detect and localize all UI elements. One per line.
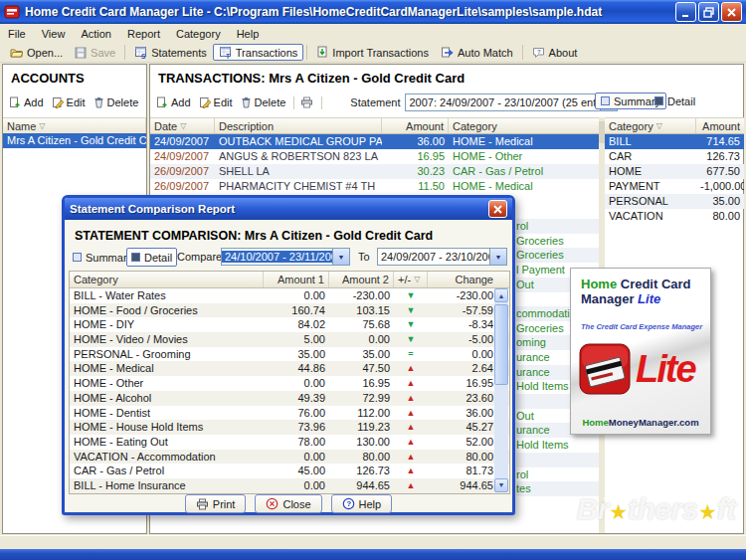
summary-row[interactable]: CAR 126.73 bbox=[605, 149, 744, 164]
menu-help[interactable]: Help bbox=[229, 28, 268, 40]
accounts-edit-button[interactable]: Edit bbox=[52, 96, 86, 108]
transactions-table: Date ▽ Description Amount Category 24/09… bbox=[150, 117, 599, 194]
print-transactions-button[interactable] bbox=[300, 96, 313, 108]
statement-select[interactable]: 2007: 24/09/2007 - 23/10/2007 (25 entrie… bbox=[405, 93, 618, 111]
statements-button[interactable]: S Statements bbox=[128, 44, 213, 61]
comparison-row[interactable]: HOME - Medical44.8647.50▲2.64 bbox=[70, 361, 509, 376]
comparison-row[interactable]: HOME - Alcohol49.3972.99▲23.60 bbox=[70, 391, 509, 406]
printer-icon bbox=[196, 498, 209, 510]
menu-category[interactable]: Category bbox=[168, 28, 229, 40]
comparison-row[interactable]: HOME - Other0.0016.95▲16.95 bbox=[70, 376, 509, 391]
menu-view[interactable]: View bbox=[34, 28, 74, 40]
comparison-row[interactable]: HOME - Food / Groceries160.74103.15▼-57.… bbox=[70, 303, 509, 318]
trend-up-icon: ▲ bbox=[394, 406, 428, 421]
cmp-category-header[interactable]: Category bbox=[70, 272, 264, 287]
date-column-header[interactable]: Date ▽ bbox=[150, 118, 215, 133]
sort-icon: ▽ bbox=[180, 119, 186, 133]
compare-from-select[interactable]: 24/10/2007 - 23/11/2007 ▼ bbox=[221, 248, 350, 266]
auto-match-button[interactable]: Auto Match bbox=[435, 44, 519, 61]
transactions-button[interactable]: T Transactions bbox=[213, 44, 304, 61]
transaction-row[interactable]: 24/09/2007 ANGUS & ROBERTSON 823 LA 16.9… bbox=[150, 149, 599, 164]
accounts-add-button[interactable]: Add bbox=[9, 96, 44, 108]
comparison-row[interactable]: HOME - DIY84.0275.68▼-8.34 bbox=[70, 317, 509, 332]
cmp-change-header[interactable]: Change bbox=[428, 272, 497, 287]
trash-icon bbox=[93, 96, 104, 108]
accounts-delete-button[interactable]: Delete bbox=[93, 96, 139, 108]
comparison-row[interactable]: HOME - House Hold Items73.96119.23▲45.27 bbox=[70, 420, 509, 435]
trash-icon bbox=[241, 96, 252, 108]
print-button[interactable]: Print bbox=[185, 494, 247, 513]
trend-down-icon: ▼ bbox=[394, 317, 428, 332]
comparison-row[interactable]: BILL - Water Rates0.00-230.00▼-230.00 bbox=[70, 288, 509, 303]
amount-column-header[interactable]: Amount bbox=[382, 118, 449, 133]
toolbar-separator bbox=[321, 96, 322, 109]
table-scrollbar[interactable]: ▲ ▼ bbox=[494, 288, 508, 492]
transactions-edit-button[interactable]: Edit bbox=[199, 96, 233, 108]
scroll-down-icon[interactable]: ▼ bbox=[494, 478, 508, 492]
cmp-amount1-header[interactable]: Amount 1 bbox=[264, 272, 329, 287]
comparison-row[interactable]: PERSONAL - Grooming35.0035.00=0.00 bbox=[70, 347, 509, 362]
cmp-amount2-header[interactable]: Amount 2 bbox=[329, 272, 394, 287]
close-button[interactable] bbox=[721, 2, 742, 22]
help-button[interactable]: ? Help bbox=[331, 494, 393, 513]
restore-button[interactable] bbox=[698, 2, 719, 22]
edit-pencil-icon bbox=[52, 96, 64, 108]
accounts-title: ACCOUNTS bbox=[11, 71, 85, 86]
menu-action[interactable]: Action bbox=[73, 28, 119, 40]
transactions-title: TRANSACTIONS: Mrs A Citizen - Gold Credi… bbox=[158, 71, 465, 86]
comparison-row[interactable]: CAR - Gas / Petrol45.00126.73▲81.73 bbox=[70, 464, 509, 478]
comparison-row[interactable]: HOME - Video / Movies5.000.00▼-5.00 bbox=[70, 332, 509, 347]
trend-up-icon: ▲ bbox=[394, 435, 428, 450]
window-titlebar: Home Credit Card Manager Lite - C:\Progr… bbox=[0, 0, 746, 24]
summary-row[interactable]: PERSONAL 35.00 bbox=[605, 194, 744, 209]
summary-amount-header[interactable]: Amount bbox=[696, 118, 744, 133]
minimize-button[interactable] bbox=[675, 2, 696, 22]
summary-row[interactable]: HOME 677.50 bbox=[605, 164, 744, 179]
transaction-row[interactable]: 26/09/2007 PHARMACITY CHEMIST #4 TH 11.5… bbox=[150, 179, 599, 194]
svg-text:?: ? bbox=[346, 499, 351, 508]
transactions-delete-button[interactable]: Delete bbox=[241, 96, 286, 108]
detail-toggle[interactable]: Detail bbox=[649, 93, 701, 109]
summary-icon bbox=[601, 96, 610, 105]
summary-row[interactable]: PAYMENT -1,000.00 bbox=[605, 179, 744, 194]
compare-label: Compare bbox=[177, 251, 222, 263]
scrollbar-track[interactable] bbox=[494, 302, 508, 478]
comparison-row[interactable]: HOME - Dentist76.00112.00▲36.00 bbox=[70, 406, 509, 421]
comparison-row[interactable]: VACATION - Accommodation0.0080.00▲80.00 bbox=[70, 450, 509, 465]
accounts-name-header[interactable]: Name ▽ bbox=[3, 118, 146, 133]
cmp-trend-header[interactable]: +/- ▽ bbox=[394, 272, 428, 287]
transactions-table-header: Date ▽ Description Amount Category bbox=[150, 117, 599, 134]
dialog-close-action-button[interactable]: Close bbox=[255, 494, 321, 513]
credit-card-icon bbox=[579, 343, 631, 395]
dialog-heading: STATEMENT COMPARISON: Mrs A Citizen - Go… bbox=[75, 229, 433, 243]
dialog-close-button[interactable] bbox=[488, 200, 507, 218]
transaction-row[interactable]: 24/09/2007 OUTBACK MEDICAL GROUP PARKW..… bbox=[150, 134, 599, 149]
about-button[interactable]: ? About bbox=[526, 45, 584, 61]
dialog-detail-toggle[interactable]: Detail bbox=[126, 248, 177, 267]
import-transactions-button[interactable]: Import Transactions bbox=[310, 44, 435, 61]
logo-subtitle: The Credit Card Expense Manager bbox=[571, 322, 710, 331]
description-column-header[interactable]: Description bbox=[215, 118, 382, 133]
compare-to-select[interactable]: 24/09/2007 - 23/10/2007 ▼ bbox=[377, 248, 507, 266]
save-button[interactable]: Save bbox=[69, 45, 121, 61]
trend-equal-icon: = bbox=[394, 347, 428, 362]
transactions-add-button[interactable]: Add bbox=[156, 96, 191, 108]
summary-row[interactable]: VACATION 80.00 bbox=[605, 209, 744, 224]
summary-row[interactable]: BILL 714.65 bbox=[605, 134, 744, 149]
transaction-row[interactable]: 26/09/2007 SHELL LA 30.23 CAR - Gas / Pe… bbox=[150, 164, 599, 179]
menu-report[interactable]: Report bbox=[119, 28, 168, 40]
scrollbar-thumb[interactable] bbox=[494, 304, 508, 385]
scroll-up-icon[interactable]: ▲ bbox=[494, 288, 508, 302]
chevron-down-icon[interactable]: ▼ bbox=[332, 249, 349, 265]
menu-file[interactable]: File bbox=[0, 28, 34, 40]
comparison-row[interactable]: HOME - Eating Out78.00130.00▲52.00 bbox=[70, 435, 509, 450]
category-column-header[interactable]: Category bbox=[449, 118, 599, 133]
summary-category-header[interactable]: Category ▽ bbox=[605, 118, 696, 133]
to-label: To bbox=[358, 251, 370, 263]
help-circle-icon: ? bbox=[342, 497, 355, 510]
dialog-titlebar: Statement Comparison Report bbox=[65, 198, 512, 220]
chevron-down-icon[interactable]: ▼ bbox=[489, 249, 506, 265]
open-button[interactable]: Open... bbox=[4, 45, 69, 61]
account-row[interactable]: Mrs A Citizen - Gold Credit Card bbox=[3, 133, 146, 148]
comparison-row[interactable]: BILL - Home Insurance0.00944.65▲944.65 bbox=[70, 478, 509, 493]
